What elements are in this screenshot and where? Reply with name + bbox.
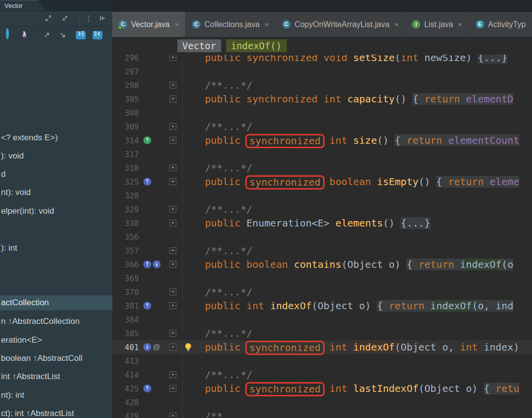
code-line[interactable]: 338+public Enumeration<E> elements() {..…	[112, 216, 532, 230]
code-line[interactable]: 309+/**...*/	[112, 120, 532, 133]
more-options-icon[interactable]: ⋮	[84, 14, 93, 23]
target-icon[interactable]	[6, 30, 17, 40]
code-line[interactable]: 305+public synchronized int capacity() {…	[112, 92, 532, 106]
fold-marker[interactable]: +	[169, 247, 176, 254]
scroll-to-source-icon[interactable]	[76, 30, 87, 40]
structure-item[interactable]: ): int	[0, 242, 112, 254]
fold-marker[interactable]: +	[169, 82, 176, 89]
code-line[interactable]: 298+/**...*/	[112, 78, 532, 92]
fold-marker[interactable]: +	[169, 220, 176, 226]
code-line[interactable]: 325↑+public synchronized boolean isEmpty…	[112, 175, 532, 189]
structure-item[interactable]: ct): int ↑AbstractList	[0, 408, 112, 418]
close-tab-icon[interactable]: ×	[174, 20, 179, 29]
close-tab-icon[interactable]: ×	[265, 20, 269, 29]
code-editor[interactable]: Vector indexOf() 296+public synchronized…	[112, 37, 532, 418]
code-line[interactable]: 328	[112, 189, 532, 202]
line-number: 298	[112, 81, 139, 90]
code-line[interactable]: 369	[112, 271, 532, 285]
close-tab-icon[interactable]: ×	[458, 20, 463, 29]
code-line[interactable]: 314↑+public synchronized int size() { re…	[112, 133, 532, 147]
code-line[interactable]: 425↑+public synchronized int lastIndexOf…	[112, 382, 532, 395]
fold-marker[interactable]: +	[169, 385, 176, 392]
structure-item[interactable]: n ↑AbstractCollection	[0, 316, 112, 327]
tab-ActivityTyp[interactable]: EActivityTyp	[469, 12, 532, 37]
structure-item[interactable]: nt): void	[0, 187, 112, 198]
close-tab-icon[interactable]: ×	[395, 20, 399, 29]
code-line[interactable]: 297	[112, 64, 532, 78]
override-method-icon[interactable]: ↑	[143, 178, 151, 186]
fold-marker[interactable]: +	[169, 164, 176, 171]
code-line[interactable]: 356	[112, 230, 532, 244]
fold-marker[interactable]: +	[169, 123, 176, 130]
code-line[interactable]: 428	[112, 395, 532, 409]
code-line[interactable]: 381↑+public int indexOf(Object o) { retu…	[112, 299, 532, 313]
tab-Vector.java[interactable]: CVector.java×	[112, 12, 186, 37]
code-text: /**...*/	[182, 244, 532, 257]
override-method-icon[interactable]: ↑	[143, 385, 151, 392]
override-method-icon[interactable]: ↑	[143, 302, 151, 310]
code-line[interactable]: 357+/**...*/	[112, 244, 532, 257]
fold-column: +	[169, 330, 182, 337]
code-line[interactable]: 401↓@+public synchronized int indexOf(Ob…	[112, 340, 532, 354]
tab-CopyOnWriteArrayList.java[interactable]: CCopyOnWriteArrayList.java×	[276, 12, 405, 37]
code-token: (o, ind	[472, 300, 513, 312]
fold-marker[interactable]: +	[169, 413, 176, 418]
expand-arrow-icon[interactable]: ↗	[41, 30, 52, 40]
code-line[interactable]: 329+/**...*/	[112, 202, 532, 216]
fold-marker[interactable]: +	[169, 289, 176, 295]
structure-item[interactable]: boolean ↑AbstractColl	[0, 353, 112, 364]
breadcrumb-class-chip[interactable]: Vector	[177, 39, 221, 52]
tab-Collections.java[interactable]: CCollections.java×	[186, 12, 276, 37]
fold-marker[interactable]: +	[169, 261, 176, 268]
fold-marker[interactable]: +	[169, 96, 176, 102]
code-line[interactable]: 318+/**...*/	[112, 161, 532, 175]
overridden-method-icon[interactable]: ↓	[153, 260, 161, 268]
tab-label: ActivityTyp	[488, 20, 526, 29]
hide-panel-icon[interactable]	[99, 14, 107, 23]
code-token: return	[448, 176, 484, 188]
tab-label: Collections.java	[204, 20, 260, 29]
code-token: public	[205, 134, 246, 146]
fold-marker[interactable]: +	[169, 54, 176, 61]
code-token: (o	[501, 258, 513, 270]
tab-List.java[interactable]: IList.java×	[405, 12, 469, 37]
override-method-icon[interactable]: ↑	[143, 260, 151, 268]
fold-marker[interactable]: +	[169, 178, 176, 185]
code-line[interactable]: 413	[112, 354, 532, 368]
structure-item[interactable]: d	[0, 168, 112, 180]
code-line[interactable]: 308	[112, 106, 532, 120]
code-line[interactable]: 414+/**...*/	[112, 368, 532, 382]
structure-item[interactable]: int ↑AbstractList	[0, 371, 112, 383]
tab-label: Vector.java	[131, 20, 169, 29]
structure-item[interactable]: nt): int	[0, 389, 112, 401]
fold-marker[interactable]: +	[169, 344, 176, 351]
override-method-icon[interactable]: ↑	[143, 136, 151, 144]
tool-window-tab[interactable]: Vector	[0, 0, 45, 11]
code-line[interactable]: 317	[112, 147, 532, 161]
code-line[interactable]: 366↑↓+public boolean contains(Object o) …	[112, 257, 532, 271]
code-line[interactable]: 384	[112, 313, 532, 326]
annotation-icon[interactable]: @	[153, 343, 160, 351]
structure-item[interactable]: actCollection	[0, 295, 112, 310]
expand-all-icon[interactable]	[44, 14, 53, 23]
autoscroll-from-source-icon[interactable]	[93, 30, 103, 40]
structure-item[interactable]: ): void	[0, 150, 112, 162]
code-line[interactable]: 429+/**	[112, 409, 532, 418]
fold-marker[interactable]: +	[169, 371, 176, 378]
structure-item[interactable]: elper(int): void	[0, 205, 112, 217]
code-line[interactable]: 385+/**...*/	[112, 326, 532, 340]
fold-marker[interactable]: +	[169, 137, 176, 144]
overridden-method-icon[interactable]: ↓	[143, 343, 151, 351]
fold-marker[interactable]: +	[169, 302, 176, 309]
code-line[interactable]: 370+/**...*/	[112, 285, 532, 299]
code-text	[182, 106, 532, 120]
lambda-icon[interactable]: λ	[23, 30, 33, 40]
fold-marker[interactable]: +	[169, 330, 176, 337]
structure-item[interactable]: <? extends E>)	[0, 132, 112, 144]
structure-item[interactable]: eration<E>	[0, 334, 112, 346]
collapse-all-icon[interactable]	[61, 14, 70, 23]
intention-bulb-icon[interactable]	[184, 343, 192, 354]
collapse-arrow-icon[interactable]: ↘	[57, 30, 68, 40]
fold-marker[interactable]: +	[169, 206, 176, 213]
breadcrumb-method-chip[interactable]: indexOf()	[226, 39, 287, 52]
